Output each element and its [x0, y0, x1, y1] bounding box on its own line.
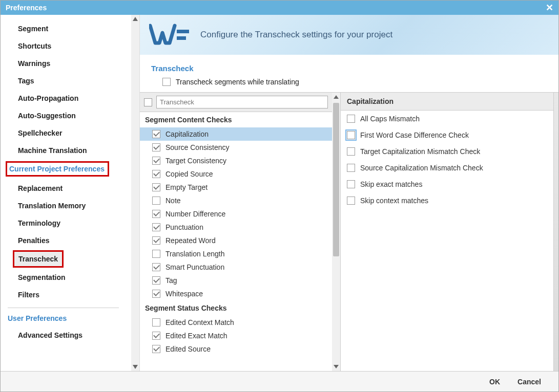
- checkbox-all-caps-mismatch[interactable]: [347, 115, 355, 123]
- detail-option-label: Source Capitalization Mismatch Check: [360, 164, 483, 172]
- sidebar-item-tags[interactable]: Tags: [1, 72, 129, 90]
- group-header-segment-content-checks: Segment Content Checks: [140, 112, 332, 127]
- check-row-edited-context-match[interactable]: Edited Context Match: [140, 316, 332, 329]
- while-translating-checkbox[interactable]: [162, 78, 171, 86]
- checkbox-target-capitalization-mismatch-check[interactable]: [347, 147, 355, 156]
- check-row-tag[interactable]: Tag: [140, 274, 332, 287]
- while-translating-label: Transcheck segments while translating: [176, 78, 299, 86]
- checkbox-copied-source[interactable]: [152, 170, 160, 178]
- main-right-scrollbar[interactable]: [553, 93, 558, 371]
- sidebar-item-advanced-settings[interactable]: Advanced Settings: [1, 326, 129, 344]
- check-row-copied-source[interactable]: Copied Source: [140, 167, 332, 181]
- section-header-user: User Preferences: [1, 310, 129, 326]
- sidebar-item-shortcuts[interactable]: Shortcuts: [1, 37, 129, 55]
- columns: Segment Content ChecksCapitalizationSour…: [140, 92, 558, 371]
- checkbox-skip-exact-matches[interactable]: [347, 180, 355, 188]
- checkbox-note[interactable]: [152, 197, 160, 205]
- sidebar-item-auto-propagation[interactable]: Auto-Propagation: [1, 90, 129, 107]
- detail-option-label: All Caps Mismatch: [360, 115, 420, 123]
- checkbox-number-difference[interactable]: [152, 210, 160, 218]
- checkbox-translation-length[interactable]: [152, 250, 160, 258]
- check-label: Source Consistency: [165, 143, 230, 151]
- svg-rect-0: [177, 30, 189, 33]
- checkbox-empty-target[interactable]: [152, 183, 160, 191]
- detail-option-source-capitalization-mismatch-check[interactable]: Source Capitalization Mismatch Check: [341, 160, 553, 176]
- sidebar: SegmentShortcutsWarningsTagsAuto-Propaga…: [1, 15, 140, 371]
- check-row-empty-target[interactable]: Empty Target: [140, 181, 332, 194]
- check-row-repeated-word[interactable]: Repeated Word: [140, 234, 332, 247]
- checkbox-first-word-case-difference-check[interactable]: [347, 131, 355, 139]
- detail-option-skip-context-matches[interactable]: Skip context matches: [341, 192, 553, 209]
- banner-title: Configure the Transcheck settings for yo…: [200, 30, 392, 40]
- checkbox-skip-context-matches[interactable]: [347, 197, 355, 205]
- detail-option-target-capitalization-mismatch-check[interactable]: Target Capitalization Mismatch Check: [341, 143, 553, 160]
- check-row-translation-length[interactable]: Translation Length: [140, 247, 332, 260]
- detail-option-first-word-case-difference-check[interactable]: First Word Case Difference Check: [341, 127, 553, 143]
- check-row-target-consistency[interactable]: Target Consistency: [140, 154, 332, 167]
- sidebar-item-terminology[interactable]: Terminology: [1, 214, 129, 232]
- check-row-capitalization[interactable]: Capitalization: [140, 127, 332, 141]
- while-translating-toggle[interactable]: Transcheck segments while translating: [140, 78, 558, 92]
- checkbox-source-consistency[interactable]: [152, 143, 160, 151]
- check-row-note[interactable]: Note: [140, 194, 332, 207]
- close-icon[interactable]: ✕: [546, 2, 553, 13]
- check-row-smart-punctuation[interactable]: Smart Punctuation: [140, 260, 332, 274]
- checkbox-source-capitalization-mismatch-check[interactable]: [347, 164, 355, 172]
- checkbox-punctuation[interactable]: [152, 223, 160, 231]
- detail-option-all-caps-mismatch[interactable]: All Caps Mismatch: [341, 111, 553, 127]
- checkbox-capitalization[interactable]: [152, 130, 160, 138]
- detail-option-skip-exact-matches[interactable]: Skip exact matches: [341, 176, 553, 192]
- sidebar-item-spellchecker[interactable]: Spellchecker: [1, 124, 129, 142]
- checkbox-edited-source[interactable]: [152, 345, 160, 353]
- preferences-dialog: Preferences ✕ SegmentShortcutsWarningsTa…: [0, 0, 559, 392]
- check-row-number-difference[interactable]: Number Difference: [140, 207, 332, 221]
- sidebar-scrollbar[interactable]: [131, 15, 139, 371]
- check-label: Note: [165, 197, 181, 205]
- check-row-punctuation[interactable]: Punctuation: [140, 221, 332, 234]
- detail-option-label: Skip context matches: [360, 197, 428, 205]
- section-label-transcheck: Transcheck: [140, 55, 558, 78]
- sidebar-item-replacement[interactable]: Replacement: [1, 180, 129, 197]
- sidebar-item-segmentation[interactable]: Segmentation: [1, 269, 129, 286]
- check-label: Edited Context Match: [165, 318, 234, 326]
- sidebar-item-machine-translation[interactable]: Machine Translation: [1, 142, 129, 159]
- sidebar-item-penalties[interactable]: Penalties: [1, 232, 129, 249]
- check-row-edited-source[interactable]: Edited Source: [140, 342, 332, 356]
- checkbox-edited-exact-match[interactable]: [152, 332, 160, 340]
- checkbox-target-consistency[interactable]: [152, 157, 160, 165]
- group-header-segment-status-checks: Segment Status Checks: [140, 300, 332, 316]
- sidebar-item-translation-memory[interactable]: Translation Memory: [1, 197, 129, 214]
- check-row-whitespace[interactable]: Whitespace: [140, 287, 332, 300]
- master-checkbox[interactable]: [144, 98, 152, 106]
- check-label: Copied Source: [165, 170, 213, 178]
- main-pane: Configure the Transcheck settings for yo…: [140, 15, 558, 371]
- checkbox-edited-context-match[interactable]: [152, 318, 160, 326]
- checkbox-repeated-word[interactable]: [152, 236, 160, 245]
- check-row-source-consistency[interactable]: Source Consistency: [140, 141, 332, 154]
- sidebar-item-warnings[interactable]: Warnings: [1, 55, 129, 72]
- cancel-button[interactable]: Cancel: [517, 378, 541, 386]
- check-row-edited-exact-match[interactable]: Edited Exact Match: [140, 329, 332, 342]
- check-label: Empty Target: [165, 183, 208, 191]
- sidebar-item-filters[interactable]: Filters: [1, 286, 129, 303]
- checkbox-tag[interactable]: [152, 276, 160, 285]
- check-label: Target Consistency: [165, 157, 226, 165]
- checkbox-whitespace[interactable]: [152, 290, 160, 298]
- detail-option-label: Target Capitalization Mismatch Check: [360, 147, 480, 156]
- sidebar-item-segment[interactable]: Segment: [1, 20, 129, 37]
- scroll-thumb[interactable]: [333, 103, 339, 256]
- checkbox-smart-punctuation[interactable]: [152, 263, 160, 271]
- check-label: Translation Length: [165, 250, 224, 258]
- sidebar-item-transcheck[interactable]: Transcheck: [13, 250, 64, 268]
- check-label: Tag: [165, 276, 177, 285]
- app-logo-icon: [149, 23, 191, 47]
- detail-option-label: First Word Case Difference Check: [360, 131, 469, 139]
- filter-input[interactable]: [156, 96, 328, 108]
- detail-header: Capitalization: [341, 93, 553, 111]
- sidebar-divider: [8, 308, 119, 308]
- ok-button[interactable]: OK: [489, 378, 500, 386]
- check-label: Repeated Word: [165, 236, 216, 245]
- check-list-scrollbar[interactable]: [332, 93, 340, 371]
- check-label: Whitespace: [165, 290, 203, 298]
- sidebar-item-auto-suggestion[interactable]: Auto-Suggestion: [1, 107, 129, 124]
